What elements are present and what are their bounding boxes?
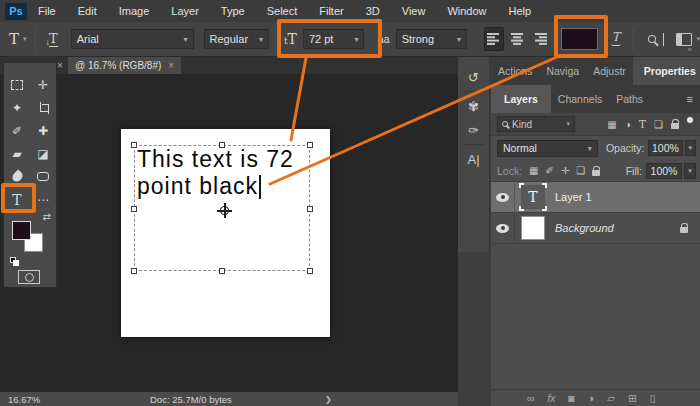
filter-adjustment-icon[interactable]: ◑ xyxy=(625,119,631,130)
brush-tool-button[interactable]: ✐ xyxy=(4,119,30,142)
menu-window[interactable]: Window xyxy=(436,0,497,22)
canvas-text[interactable]: This text is 72 point black xyxy=(137,146,294,200)
filter-kind-select[interactable]: Kind ▾ xyxy=(497,116,575,132)
transform-handle[interactable] xyxy=(307,206,313,212)
layer-name[interactable]: Background xyxy=(555,222,614,234)
transform-handle[interactable] xyxy=(131,268,137,274)
crop-tool-button[interactable] xyxy=(30,96,56,119)
menu-file[interactable]: File xyxy=(27,0,67,22)
tab-close-icon[interactable]: × xyxy=(168,60,174,71)
new-layer-icon[interactable]: ⊞ xyxy=(628,392,637,404)
menu-select[interactable]: Select xyxy=(256,0,309,22)
lock-transparent-icon[interactable]: ▦ xyxy=(529,165,538,176)
lock-position-icon[interactable]: ✛ xyxy=(561,165,569,176)
menu-edit[interactable]: Edit xyxy=(67,0,108,22)
eraser-tool-button[interactable]: ▰ xyxy=(4,142,30,165)
blur-tool-button[interactable] xyxy=(4,165,30,188)
lock-paint-icon[interactable]: ✐ xyxy=(546,165,554,176)
font-style-select[interactable]: Regular ▾ xyxy=(204,29,269,49)
default-colors-icon[interactable] xyxy=(10,257,20,266)
type-tool-button[interactable]: T xyxy=(4,188,30,211)
layer-thumbnail[interactable] xyxy=(521,216,545,240)
opacity-chevron-icon[interactable]: ▾ xyxy=(685,140,696,156)
marquee-tool-button[interactable] xyxy=(4,73,30,96)
more-tools-button[interactable]: ⋯ xyxy=(30,188,56,211)
filter-shape-icon[interactable]: ❏ xyxy=(654,119,663,130)
tab-channels[interactable]: Channels xyxy=(551,85,609,113)
blend-mode-select[interactable]: Normal ▾ xyxy=(497,140,598,157)
zoom-level-field[interactable]: 16.67% xyxy=(8,394,78,405)
transform-handle[interactable] xyxy=(307,268,313,274)
quick-mask-icon[interactable] xyxy=(18,270,40,284)
menu-filter[interactable]: Filter xyxy=(308,0,354,22)
swap-colors-icon[interactable]: ⇄ xyxy=(43,211,51,222)
tab-properties[interactable]: Properties xyxy=(633,57,700,85)
align-left-button[interactable] xyxy=(484,27,504,51)
layer-thumbnail[interactable]: T xyxy=(521,185,545,209)
transform-handle[interactable] xyxy=(131,206,137,212)
tab-navigator[interactable]: Naviga xyxy=(539,57,586,85)
menu-type[interactable]: Type xyxy=(210,0,256,22)
filter-type-icon[interactable]: T xyxy=(639,118,646,131)
history-panel-icon[interactable]: ↺ xyxy=(458,65,489,89)
tab-adjustments[interactable]: Adjustr xyxy=(586,57,633,85)
status-options-icon[interactable]: ❯ xyxy=(325,395,332,404)
text-orientation-icon[interactable]: ↓ T xyxy=(46,31,58,47)
options-overflow-icon[interactable]: » xyxy=(688,45,692,54)
healing-brush-tool-button[interactable]: ✚ xyxy=(30,119,56,142)
text-color-swatch[interactable] xyxy=(561,28,598,50)
fill-label: Fill: xyxy=(626,165,642,177)
brush-settings-panel-icon[interactable]: ✑ xyxy=(458,118,489,142)
filter-smart-object-icon[interactable] xyxy=(671,123,679,129)
add-mask-icon[interactable]: ◙ xyxy=(568,392,574,404)
brushes-panel-icon[interactable]: ✾ xyxy=(458,94,489,118)
transform-handle[interactable] xyxy=(219,268,225,274)
layer-row-background[interactable]: Background xyxy=(491,213,700,244)
type-tool-preset-button[interactable]: T ▾ xyxy=(9,30,27,48)
menu-3d[interactable]: 3D xyxy=(355,0,391,22)
layer-name[interactable]: Layer 1 xyxy=(555,191,592,203)
align-center-button[interactable] xyxy=(507,27,527,51)
magic-wand-tool-button[interactable]: ✦ xyxy=(4,96,30,119)
document-canvas[interactable]: This text is 72 point black xyxy=(121,129,330,337)
menu-layer[interactable]: Layer xyxy=(160,0,210,22)
chevron-down-icon: ▾ xyxy=(254,35,263,44)
anti-alias-select[interactable]: Strong ▾ xyxy=(396,29,467,49)
filter-toggle-icon[interactable] xyxy=(687,117,693,123)
toggle-panels-icon[interactable] xyxy=(676,33,693,46)
layer-row-layer1[interactable]: T Layer 1 xyxy=(491,182,700,213)
panel-menu-icon[interactable]: ≡ xyxy=(687,93,693,105)
lock-all-icon[interactable] xyxy=(592,170,600,176)
new-group-icon[interactable]: ▱ xyxy=(607,392,615,404)
visibility-toggle[interactable] xyxy=(491,213,515,243)
search-icon[interactable] xyxy=(648,35,656,43)
tab-paths[interactable]: Paths xyxy=(609,85,650,113)
paint-bucket-tool-button[interactable]: ◪ xyxy=(30,142,56,165)
transform-handle[interactable] xyxy=(307,142,313,148)
tab-actions[interactable]: Actions xyxy=(491,57,539,85)
move-tool-button[interactable]: ✛ xyxy=(30,73,56,96)
filter-pixel-icon[interactable]: ▦ xyxy=(607,119,616,130)
delete-layer-icon[interactable]: ▯ xyxy=(650,392,656,404)
align-right-button[interactable] xyxy=(530,27,550,51)
document-tab[interactable]: @ 16.7% (RGB/8#) × xyxy=(68,57,181,74)
font-family-select[interactable]: Arial ▾ xyxy=(71,29,194,49)
menu-view[interactable]: View xyxy=(391,0,437,22)
shape-tool-button[interactable] xyxy=(30,165,56,188)
visibility-toggle[interactable] xyxy=(491,182,515,212)
close-icon[interactable]: × xyxy=(57,60,63,71)
adjustment-layer-icon[interactable]: ◑ xyxy=(588,392,594,404)
lock-artboard-icon[interactable]: ❏ xyxy=(576,165,585,176)
font-size-select[interactable]: 72 pt ▾ xyxy=(303,29,364,49)
tab-layers[interactable]: Layers xyxy=(491,85,551,113)
fill-value-field[interactable]: 100% xyxy=(646,163,682,179)
foreground-color-swatch[interactable] xyxy=(12,221,31,240)
menu-help[interactable]: Help xyxy=(498,0,543,22)
menu-image[interactable]: Image xyxy=(108,0,161,22)
link-layers-icon[interactable]: ∞ xyxy=(527,392,535,404)
fill-chevron-icon[interactable]: ▾ xyxy=(684,163,696,179)
opacity-value-field[interactable]: 100% xyxy=(648,140,682,156)
character-panel-icon[interactable]: A| xyxy=(458,147,489,171)
warp-text-icon[interactable]: T xyxy=(611,32,621,46)
layer-style-icon[interactable]: fx xyxy=(548,393,556,404)
